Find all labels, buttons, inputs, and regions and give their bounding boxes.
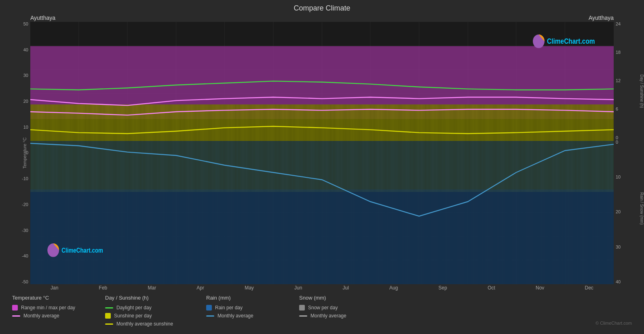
tick-n20: -20 xyxy=(22,202,28,207)
legend-sunshine-box-label: Sunshine per day xyxy=(114,313,152,319)
tick-n50: -50 xyxy=(22,280,28,284)
tick-10mm: 10 xyxy=(616,175,621,179)
legend-snow-avg-label: Monthly average xyxy=(310,313,346,319)
month-feb: Feb xyxy=(99,285,108,291)
month-dec: Dec xyxy=(585,285,593,291)
chart-svg: ClimeChart.com ClimeChart.com xyxy=(30,22,614,284)
legend-sunshine-avg-label: Monthly average sunshine xyxy=(116,321,173,327)
tick-0mm: 0 xyxy=(616,140,621,145)
month-jun: Jun xyxy=(294,285,302,291)
tick-n30: -30 xyxy=(22,228,28,233)
month-jan: Jan xyxy=(51,285,58,291)
legend-sunshine-title: Day / Sunshine (h) xyxy=(105,295,194,301)
legend-temp-range-icon xyxy=(12,305,18,311)
legend-sunshine-avg-icon xyxy=(105,323,113,325)
y-axis-right-top-label: Day / Sunshine (h) xyxy=(640,74,644,108)
legend-sunshine-box: Sunshine per day xyxy=(105,313,194,319)
tick-18h: 18 xyxy=(616,50,621,55)
legend-rain-avg-label: Monthly average xyxy=(217,313,253,319)
tick-6h: 6 xyxy=(616,107,621,111)
tick-50: 50 xyxy=(23,22,28,26)
legend-snow-title: Snow (mm) xyxy=(299,295,380,301)
svg-rect-31 xyxy=(30,104,614,189)
legend-temperature-title: Temperature °C xyxy=(12,295,93,301)
tick-30: 30 xyxy=(23,73,28,78)
month-oct: Oct xyxy=(488,285,495,291)
tick-24h: 24 xyxy=(616,22,621,26)
legend-daylight-icon xyxy=(105,307,113,308)
legend-snow-box-label: Snow per day xyxy=(308,305,338,311)
tick-n40: -40 xyxy=(22,254,28,258)
right-ticks-top: 24 18 12 6 0 xyxy=(614,22,621,140)
legend-rain-title: Rain (mm) xyxy=(206,295,287,301)
tick-10: 10 xyxy=(23,125,28,130)
month-aug: Aug xyxy=(389,285,398,291)
copyright-container: © ClimeChart.com xyxy=(392,295,632,327)
month-jul: Jul xyxy=(343,285,349,291)
legend-snow-box-icon xyxy=(299,305,305,311)
legend-area: Temperature °C Range min / max per day M… xyxy=(8,291,636,330)
legend-temp-range-label: Range min / max per day xyxy=(21,305,75,311)
legend-sunshine: Day / Sunshine (h) Daylight per day Suns… xyxy=(105,295,194,327)
legend-rain-box: Rain per day xyxy=(206,305,287,311)
legend-daylight-label: Daylight per day xyxy=(116,305,152,311)
y-axis-right: 24 18 12 6 0 0 10 20 30 40 Day / Sunshin… xyxy=(614,22,636,284)
legend-temp-range: Range min / max per day xyxy=(12,305,93,311)
tick-40: 40 xyxy=(23,48,28,52)
legend-temp-avg-label: Monthly average xyxy=(23,313,59,319)
y-axis-right-bottom-label: Rain / Snow (mm) xyxy=(640,192,644,225)
location-label-right: Ayutthaya xyxy=(589,15,614,21)
tick-12h: 12 xyxy=(616,79,621,83)
svg-text:ClimeChart.com: ClimeChart.com xyxy=(61,247,103,254)
legend-rain: Rain (mm) Rain per day Monthly average xyxy=(206,295,287,327)
tick-n10: -10 xyxy=(22,177,28,181)
svg-text:ClimeChart.com: ClimeChart.com xyxy=(547,37,595,45)
y-axis-left-label: Temperature °C xyxy=(22,137,27,168)
tick-20: 20 xyxy=(23,99,28,104)
chart-title: Compare Climate xyxy=(8,4,636,13)
y-axis-left: 50 40 30 20 10 0 -10 -20 -30 -40 -50 Tem… xyxy=(8,22,30,284)
legend-rain-avg-icon xyxy=(206,315,214,317)
month-may: May xyxy=(245,285,254,291)
month-sep: Sep xyxy=(439,285,447,291)
tick-40mm: 40 xyxy=(616,280,621,284)
month-apr: Apr xyxy=(196,285,204,291)
location-label-left: Ayutthaya xyxy=(30,15,55,21)
right-ticks-bottom: 0 10 20 30 40 xyxy=(614,140,621,284)
legend-temp-avg-icon xyxy=(12,315,20,317)
tick-20mm: 20 xyxy=(616,210,621,214)
x-axis-months: Jan Feb Mar Apr May Jun Jul Aug Sep Oct … xyxy=(30,284,614,291)
copyright-text: © ClimeChart.com xyxy=(595,321,632,325)
legend-daylight: Daylight per day xyxy=(105,305,194,311)
tick-0h: 0 xyxy=(616,136,621,140)
legend-snow-avg: Monthly average xyxy=(299,313,380,319)
month-mar: Mar xyxy=(148,285,156,291)
legend-sunshine-box-icon xyxy=(105,313,111,319)
legend-snow-avg-icon xyxy=(299,315,307,317)
legend-sunshine-avg: Monthly average sunshine xyxy=(105,321,194,327)
legend-rain-box-icon xyxy=(206,305,212,311)
legend-rain-box-label: Rain per day xyxy=(215,305,243,311)
month-nov: Nov xyxy=(536,285,544,291)
legend-snow: Snow (mm) Snow per day Monthly average xyxy=(299,295,380,327)
tick-30mm: 30 xyxy=(616,245,621,249)
legend-rain-avg: Monthly average xyxy=(206,313,287,319)
chart-svg-container: ClimeChart.com ClimeChart.com xyxy=(30,22,614,284)
legend-temp-avg: Monthly average xyxy=(12,313,93,319)
legend-snow-box: Snow per day xyxy=(299,305,380,311)
page-container: Compare Climate Ayutthaya Ayutthaya 50 4… xyxy=(0,0,644,334)
legend-temperature: Temperature °C Range min / max per day M… xyxy=(12,295,93,327)
